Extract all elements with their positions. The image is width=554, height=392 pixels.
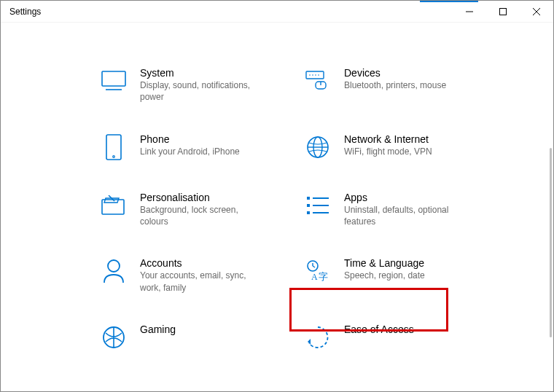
category-desc: Uninstall, defaults, optional features xyxy=(344,204,468,227)
settings-category-grid: System Display, sound, notifications, po… xyxy=(1,23,553,352)
category-desc: Background, lock screen, colours xyxy=(140,204,264,227)
phone-icon xyxy=(99,133,128,162)
category-ease-of-access[interactable]: Ease of Access xyxy=(303,323,485,352)
svg-point-7 xyxy=(309,74,311,76)
svg-point-8 xyxy=(312,74,313,76)
category-personalisation[interactable]: Personalisation Background, lock screen,… xyxy=(99,191,281,228)
personalisation-icon xyxy=(99,191,128,220)
svg-rect-6 xyxy=(306,71,324,79)
svg-rect-1 xyxy=(500,8,507,15)
accent-strip xyxy=(420,1,478,2)
category-apps[interactable]: Apps Uninstall, defaults, optional featu… xyxy=(303,191,485,228)
category-time-language[interactable]: A 字 Time & Language Speech, region, date xyxy=(303,256,485,294)
category-title: Ease of Access xyxy=(344,323,414,336)
gaming-icon xyxy=(99,323,128,352)
category-desc: Bluetooth, printers, mouse xyxy=(344,79,446,91)
maximize-button[interactable] xyxy=(486,1,520,23)
category-system[interactable]: System Display, sound, notifications, po… xyxy=(99,66,281,103)
category-title: Personalisation xyxy=(140,191,264,204)
svg-point-10 xyxy=(318,74,319,76)
globe-icon xyxy=(303,133,332,162)
svg-rect-24 xyxy=(307,211,310,214)
system-icon xyxy=(99,66,128,95)
category-network[interactable]: Network & Internet WiFi, flight mode, VP… xyxy=(303,133,485,162)
category-title: Gaming xyxy=(140,323,176,336)
category-phone[interactable]: Phone Link your Android, iPhone xyxy=(99,133,281,162)
svg-rect-22 xyxy=(307,204,310,207)
svg-text:A: A xyxy=(311,272,318,282)
category-desc: Display, sound, notifications, power xyxy=(140,79,264,103)
time-language-icon: A 字 xyxy=(303,256,332,286)
category-accounts[interactable]: Accounts Your accounts, email, sync, wor… xyxy=(99,256,281,294)
svg-rect-4 xyxy=(102,71,125,86)
category-title: Accounts xyxy=(140,256,264,270)
category-title: Phone xyxy=(140,133,240,146)
minimize-icon xyxy=(466,8,473,15)
category-desc: Speech, region, date xyxy=(344,270,425,281)
svg-rect-18 xyxy=(102,200,124,214)
close-icon xyxy=(533,8,540,15)
category-title: Apps xyxy=(344,191,468,204)
svg-point-9 xyxy=(315,74,316,76)
category-desc: WiFi, flight mode, VPN xyxy=(344,146,432,157)
category-gaming[interactable]: Gaming xyxy=(99,323,281,352)
ease-of-access-icon xyxy=(303,323,332,352)
category-desc: Link your Android, iPhone xyxy=(140,146,240,157)
svg-rect-20 xyxy=(307,197,310,200)
category-devices[interactable]: Devices Bluetooth, printers, mouse xyxy=(303,66,485,103)
category-title: System xyxy=(140,66,264,79)
vertical-scrollbar[interactable] xyxy=(550,148,552,337)
apps-icon xyxy=(303,191,332,220)
category-title: Network & Internet xyxy=(344,133,432,146)
category-desc: Your accounts, email, sync, work, family xyxy=(140,270,264,293)
svg-point-26 xyxy=(108,260,120,272)
accounts-icon xyxy=(99,256,128,286)
devices-icon xyxy=(303,66,332,95)
svg-marker-33 xyxy=(308,339,311,345)
minimize-button[interactable] xyxy=(453,1,486,23)
category-title: Time & Language xyxy=(344,256,425,270)
titlebar: Settings xyxy=(1,1,553,23)
svg-line-29 xyxy=(313,266,315,267)
close-button[interactable] xyxy=(520,1,553,23)
category-title: Devices xyxy=(344,66,446,79)
svg-point-14 xyxy=(113,155,115,157)
window-title: Settings xyxy=(9,7,41,17)
maximize-icon xyxy=(499,8,507,15)
svg-text:字: 字 xyxy=(319,271,328,282)
